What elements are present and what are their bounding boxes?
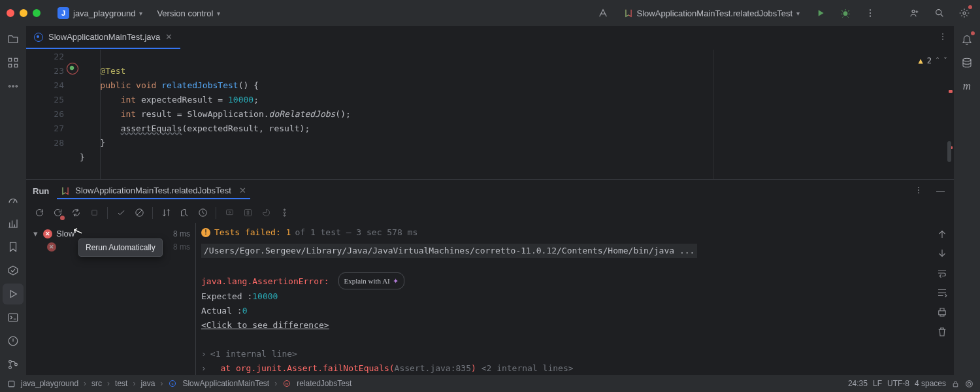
- editor-menu-icon[interactable]: [938, 32, 947, 43]
- console-output[interactable]: Tests failed: 1 of 1 test – 3 sec 578 ms…: [196, 223, 930, 375]
- build-icon[interactable]: [594, 4, 612, 22]
- run-menu-icon[interactable]: [911, 183, 926, 199]
- run-button[interactable]: [811, 4, 830, 22]
- gauge-tool-icon[interactable]: [3, 189, 24, 210]
- title-bar: J java_playground ▾ Version control ▾ Sl…: [0, 0, 980, 26]
- project-tool-icon[interactable]: [3, 29, 24, 50]
- maximize-window-icon[interactable]: [33, 9, 41, 17]
- fold-toggle-icon[interactable]: ›: [201, 363, 206, 373]
- clear-all-icon[interactable]: [936, 326, 948, 338]
- rerun-icon[interactable]: [31, 205, 47, 221]
- breadcrumb-item[interactable]: relatedJobsTest: [297, 379, 351, 388]
- toggle-auto-test-icon[interactable]: [68, 205, 84, 221]
- test-history-icon[interactable]: [195, 205, 210, 221]
- debug-button[interactable]: [836, 4, 855, 22]
- editor-tab[interactable]: SlowApplicationMainTest.java ✕: [26, 26, 180, 49]
- breadcrumb-item[interactable]: SlowApplicationMainTest: [182, 379, 269, 388]
- run-test-gutter-icon[interactable]: [68, 64, 76, 72]
- svg-point-32: [284, 212, 285, 214]
- test-duration: 8 ms: [173, 229, 190, 238]
- close-tab-icon[interactable]: ✕: [239, 186, 246, 195]
- scroll-to-end-icon[interactable]: [936, 287, 948, 299]
- code-editor[interactable]: 22 23 24 25 26 27 28 @Test public void r…: [26, 50, 954, 179]
- explain-with-ai-button[interactable]: Explain with AI ✦: [338, 272, 404, 289]
- close-tab-icon[interactable]: ✕: [165, 32, 172, 42]
- run-tool-icon[interactable]: [3, 284, 24, 304]
- search-icon[interactable]: [930, 4, 949, 22]
- scroll-up-icon[interactable]: [936, 228, 948, 240]
- stop-icon[interactable]: [86, 205, 102, 221]
- caret-position[interactable]: 24:35: [848, 379, 868, 388]
- run-tab[interactable]: SlowApplicationMainTest.relatedJobsTest …: [57, 183, 250, 199]
- structure-tool-icon[interactable]: [3, 52, 24, 73]
- svg-rect-7: [8, 58, 12, 61]
- breadcrumb-item[interactable]: test: [115, 379, 127, 388]
- right-tool-rail: m: [954, 26, 980, 375]
- java-command: /Users/Egor.Sergeev/Library/Java/JavaVir…: [201, 244, 697, 258]
- scroll-down-icon[interactable]: [936, 248, 948, 259]
- rerun-failed-icon[interactable]: [50, 205, 65, 221]
- database-tool-icon[interactable]: [956, 52, 977, 73]
- import-tests-icon[interactable]: [221, 205, 237, 221]
- sort-icon[interactable]: [158, 205, 174, 221]
- terminal-tool-icon[interactable]: [3, 307, 24, 328]
- fold-toggle-icon[interactable]: ›: [201, 349, 206, 359]
- hide-tool-window-icon[interactable]: —: [934, 184, 947, 199]
- print-icon[interactable]: [936, 306, 948, 318]
- stack-location[interactable]: Assert.java:835: [395, 363, 471, 373]
- settings-icon[interactable]: [955, 4, 973, 22]
- breadcrumb-item[interactable]: java_playground: [21, 379, 78, 388]
- inspections-widget[interactable]: ▲ 2 ˄ ˅: [919, 54, 947, 68]
- indent-setting[interactable]: 4 spaces: [915, 379, 946, 388]
- svg-point-12: [12, 86, 14, 87]
- folded-region[interactable]: <1 internal line>: [210, 349, 297, 359]
- breadcrumb-item[interactable]: src: [91, 379, 102, 388]
- error-stripe-mark[interactable]: [949, 90, 953, 93]
- svg-text:m: m: [286, 382, 289, 385]
- run-config-selector[interactable]: SlowApplicationMainTest.relatedJobsTest …: [619, 7, 805, 20]
- see-difference-link[interactable]: <Click to see difference>: [201, 320, 329, 330]
- vcs-menu[interactable]: Version control ▾: [153, 6, 224, 21]
- breadcrumb-item[interactable]: java: [140, 379, 155, 388]
- svg-rect-14: [8, 314, 18, 321]
- expand-all-icon[interactable]: [176, 205, 192, 221]
- folded-region[interactable]: <2 internal lines>: [482, 363, 574, 373]
- chevron-down-icon: ▾: [217, 10, 220, 17]
- status-detail: of 1 test – 3 sec 578 ms: [295, 225, 417, 240]
- warning-count: 2: [927, 54, 932, 68]
- show-passed-icon[interactable]: [113, 205, 129, 221]
- services-tool-icon[interactable]: [3, 260, 24, 281]
- editor-scrollbar[interactable]: [947, 141, 951, 162]
- line-number: 26: [26, 107, 64, 122]
- export-tests-icon[interactable]: [240, 205, 255, 221]
- project-selector[interactable]: J java_playground ▾: [54, 5, 146, 22]
- more-actions-icon[interactable]: [861, 4, 879, 22]
- test-tree[interactable]: ▾ Slow 8 ms 8 ms ↖ Rerun Automatically: [26, 223, 196, 375]
- file-encoding[interactable]: UTF-8: [887, 379, 909, 388]
- expected-value: 10000: [252, 291, 278, 301]
- prev-highlight-icon[interactable]: ˄: [936, 54, 939, 68]
- svg-point-13: [16, 86, 17, 87]
- svg-point-19: [942, 33, 943, 35]
- minimize-window-icon[interactable]: [20, 9, 27, 17]
- code-with-me-icon[interactable]: [906, 4, 924, 22]
- vcs-tool-icon[interactable]: [3, 354, 24, 375]
- notifications-icon[interactable]: [956, 29, 977, 50]
- toolbar-more-icon[interactable]: [276, 205, 292, 221]
- soft-wrap-icon[interactable]: [936, 267, 948, 279]
- show-ignored-icon[interactable]: [131, 205, 147, 221]
- coverage-icon[interactable]: [258, 205, 274, 221]
- line-separator[interactable]: LF: [873, 379, 882, 388]
- run-config-icon: [624, 8, 633, 18]
- svg-rect-41: [953, 383, 958, 386]
- problems-tool-icon[interactable]: [3, 331, 24, 351]
- readonly-lock-icon[interactable]: [951, 380, 960, 388]
- maven-tool-icon[interactable]: m: [956, 76, 977, 97]
- next-highlight-icon[interactable]: ˅: [943, 54, 947, 68]
- close-window-icon[interactable]: [7, 9, 14, 17]
- bookmarks-tool-icon[interactable]: [3, 237, 24, 257]
- more-tools-icon[interactable]: [3, 76, 24, 97]
- graph-tool-icon[interactable]: [3, 213, 24, 234]
- chevron-down-icon[interactable]: ▾: [31, 229, 39, 238]
- status-widget-icon[interactable]: [965, 380, 973, 388]
